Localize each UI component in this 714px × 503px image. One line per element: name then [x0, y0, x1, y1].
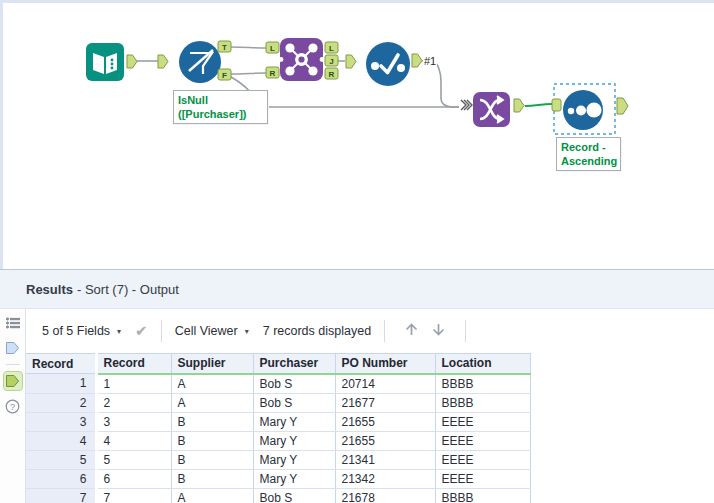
results-panel: Results - Sort (7) - Output [0, 269, 714, 503]
data-cell[interactable]: 3 [96, 412, 171, 431]
data-cell[interactable]: Mary Y [253, 431, 335, 450]
scroll-up-button[interactable] [403, 321, 420, 341]
question-icon: ? [5, 399, 20, 414]
data-cell[interactable]: B [171, 469, 253, 488]
fields-dropdown[interactable]: 5 of 5 Fields ▾ [42, 324, 121, 338]
metadata-list-button[interactable] [4, 314, 22, 332]
scroll-down-button[interactable] [430, 321, 447, 341]
data-cell[interactable]: 6 [96, 469, 171, 488]
union-output-anchor[interactable] [514, 99, 524, 112]
row-index-cell[interactable]: 6 [26, 469, 96, 488]
data-cell[interactable]: 21678 [335, 488, 435, 503]
filter-input-anchor[interactable] [158, 55, 168, 68]
wire-filter-f-to-join-r[interactable] [231, 73, 266, 74]
data-cell[interactable]: A [171, 488, 253, 503]
join-in-right-anchor[interactable]: R [266, 67, 279, 78]
table-row[interactable]: 22ABob S21677BBBB [26, 393, 530, 412]
data-cell[interactable]: EEEE [435, 469, 530, 488]
data-cell[interactable]: B [171, 450, 253, 469]
data-cell[interactable]: 21341 [335, 450, 435, 469]
data-cell[interactable]: Bob S [253, 393, 335, 412]
sort-output-anchor[interactable] [617, 98, 628, 114]
data-cell[interactable]: EEEE [435, 431, 530, 450]
filter-true-anchor[interactable]: T [218, 41, 231, 52]
join-out-join-anchor[interactable]: J [325, 55, 338, 66]
data-cell[interactable]: 21342 [335, 469, 435, 488]
data-cell[interactable]: 4 [96, 431, 171, 450]
cell-viewer-dropdown[interactable]: Cell Viewer ▾ [175, 324, 249, 338]
row-index-cell[interactable]: 7 [26, 488, 96, 503]
table-row[interactable]: 66BMary Y21342EEEE [26, 469, 530, 488]
sort-tool[interactable] [552, 84, 628, 134]
input-anchor-button[interactable] [4, 339, 22, 357]
sort-input-anchor[interactable] [552, 99, 561, 111]
data-cell[interactable]: Bob S [253, 488, 335, 503]
union-tool[interactable] [473, 92, 524, 127]
row-index-cell[interactable]: 3 [26, 412, 96, 431]
help-button[interactable]: ? [4, 397, 22, 415]
svg-text:L: L [270, 44, 275, 53]
data-cell[interactable]: Mary Y [253, 450, 335, 469]
data-cell[interactable]: 20714 [335, 374, 435, 394]
wire-filter-t-to-join-l[interactable] [231, 47, 266, 48]
data-cell[interactable]: A [171, 374, 253, 394]
data-cell[interactable]: A [171, 393, 253, 412]
unique-output-anchor[interactable] [412, 54, 422, 67]
join-in-left-anchor[interactable]: L [266, 42, 279, 53]
column-header[interactable]: Purchaser [253, 354, 335, 374]
data-cell[interactable]: B [171, 412, 253, 431]
table-row[interactable]: 55BMary Y21341EEEE [26, 450, 530, 469]
data-cell[interactable]: 2 [96, 393, 171, 412]
apply-check-icon[interactable]: ✔ [135, 322, 148, 340]
data-cell[interactable]: 1 [96, 374, 171, 394]
wire-union-to-sort-selected[interactable] [525, 104, 552, 106]
data-cell[interactable]: BBBB [435, 374, 530, 394]
data-cell[interactable]: EEEE [435, 450, 530, 469]
column-header[interactable]: Record [96, 354, 171, 374]
join-out-right-anchor[interactable]: R [325, 68, 338, 79]
data-cell[interactable]: Mary Y [253, 412, 335, 431]
join-out-left-anchor[interactable]: L [325, 42, 338, 53]
results-grid[interactable]: RecordRecordSupplierPurchaserPO NumberLo… [26, 353, 714, 503]
svg-text:R: R [270, 69, 276, 78]
arrow-up-icon [403, 321, 420, 338]
input-anchor-icon [5, 341, 20, 355]
column-header[interactable]: PO Number [335, 354, 435, 374]
table-row[interactable]: 11ABob S20714BBBB [26, 374, 530, 394]
unique-input-anchor[interactable] [346, 55, 356, 68]
table-row[interactable]: 77ABob S21678BBBB [26, 488, 530, 503]
data-cell[interactable]: 7 [96, 488, 171, 503]
output-anchor-button[interactable] [4, 372, 22, 390]
data-cell[interactable]: 21655 [335, 412, 435, 431]
filter-false-anchor[interactable]: F [218, 69, 231, 80]
column-header[interactable]: Supplier [171, 354, 253, 374]
data-cell[interactable]: B [171, 431, 253, 450]
workflow-canvas[interactable]: T F L R [0, 0, 714, 269]
data-cell[interactable]: 5 [96, 450, 171, 469]
input-data-tool[interactable] [86, 43, 137, 81]
row-index-cell[interactable]: 2 [26, 393, 96, 412]
data-cell[interactable]: Bob S [253, 374, 335, 394]
column-header[interactable]: Location [435, 354, 530, 374]
data-cell[interactable]: BBBB [435, 393, 530, 412]
input-output-anchor[interactable] [127, 55, 137, 68]
row-index-cell[interactable]: 4 [26, 431, 96, 450]
filter-annotation[interactable]: IsNull ([Purchaser]) [173, 90, 268, 124]
svg-text:T: T [222, 43, 227, 52]
sort-annotation[interactable]: Record - Ascending [556, 137, 621, 171]
column-header[interactable]: Record [26, 354, 96, 374]
data-cell[interactable]: Mary Y [253, 469, 335, 488]
table-row[interactable]: 44BMary Y21655EEEE [26, 431, 530, 450]
data-cell[interactable]: BBBB [435, 488, 530, 503]
row-index-cell[interactable]: 5 [26, 450, 96, 469]
join-tool[interactable]: L R L [266, 38, 338, 81]
table-row[interactable]: 33BMary Y21655EEEE [26, 412, 530, 431]
data-cell[interactable]: EEEE [435, 412, 530, 431]
filter-tool[interactable]: T F [158, 41, 231, 83]
row-index-cell[interactable]: 1 [26, 374, 96, 394]
unique-tool[interactable] [346, 42, 422, 86]
results-panel-header: Results - Sort (7) - Output [0, 270, 714, 309]
data-cell[interactable]: 21677 [335, 393, 435, 412]
connection-label-1[interactable]: #1 [423, 55, 437, 68]
data-cell[interactable]: 21655 [335, 431, 435, 450]
